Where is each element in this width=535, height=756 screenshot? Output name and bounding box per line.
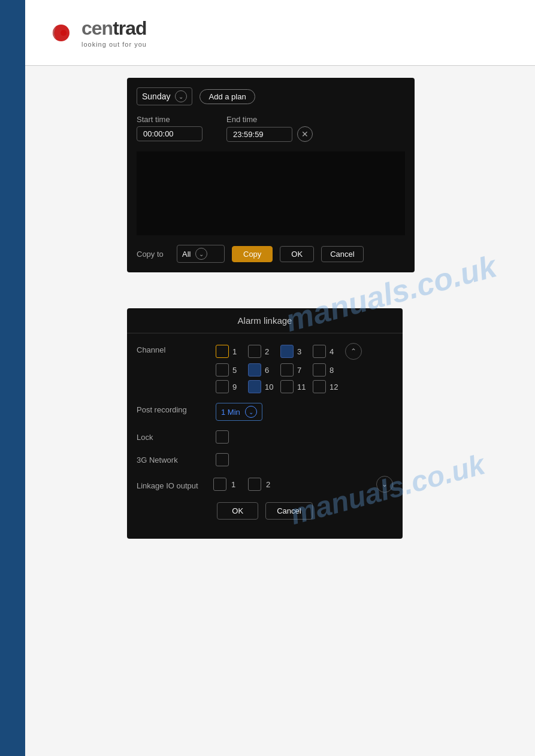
channel-10-checkbox[interactable]: [248, 380, 261, 393]
channel-2-checkbox[interactable]: [248, 345, 261, 358]
channel-11-checkbox[interactable]: [280, 380, 294, 393]
lock-checkbox[interactable]: [216, 430, 229, 444]
channel-5-label: 5: [232, 366, 244, 375]
channel-row-1: 1 2 3 4 ⌃: [216, 343, 362, 360]
time-row: Start time 00:00:00 End time 23:59:59 ✕: [137, 115, 405, 142]
channel-row-3: 9 10 11 12: [216, 380, 362, 393]
channel-12-checkbox[interactable]: [313, 380, 326, 393]
channel-7-label: 7: [297, 366, 309, 375]
post-recording-row: Post recording 1 Min ⌄: [137, 403, 393, 421]
channel-12-label: 12: [330, 382, 341, 391]
network-checkbox[interactable]: [216, 453, 229, 466]
schedule-top-row: Sunday ⌄ Add a plan: [137, 87, 405, 105]
channel-row: Channel 1 2 3 4 ⌃: [137, 343, 393, 393]
brand-tagline: looking out for you: [81, 41, 147, 48]
start-time-field: Start time 00:00:00: [137, 115, 202, 142]
alarm-body: Channel 1 2 3 4 ⌃: [127, 333, 403, 539]
linkage-row: Linkage IO output 1 2 ⌄: [137, 476, 393, 493]
channel-2-label: 2: [265, 347, 277, 356]
lock-label: Lock: [137, 430, 208, 442]
channel-grid: 1 2 3 4 ⌃ 5 6: [216, 343, 362, 393]
channel-9-checkbox[interactable]: [216, 380, 229, 393]
alarm-panel: Alarm linkage Channel 1 2 3 4: [127, 308, 403, 539]
copy-button[interactable]: Copy: [232, 246, 273, 262]
channel-9-label: 9: [232, 382, 244, 391]
alarm-title: Alarm linkage: [127, 308, 403, 333]
add-plan-button[interactable]: Add a plan: [200, 89, 255, 104]
channel-5-checkbox[interactable]: [216, 363, 229, 377]
svg-point-2: [61, 30, 67, 36]
linkage-label: Linkage IO output: [137, 479, 208, 490]
schedule-panel: Sunday ⌄ Add a plan Start time 00:00:00 …: [127, 78, 415, 272]
post-recording-label: Post recording: [137, 403, 208, 414]
copy-to-label: Copy to: [137, 250, 170, 259]
channel-4-checkbox[interactable]: [313, 345, 326, 358]
day-selector[interactable]: Sunday ⌄: [137, 87, 192, 105]
channel-6-label: 6: [265, 366, 277, 375]
alarm-ok-button[interactable]: OK: [217, 502, 258, 520]
channel-3-checkbox[interactable]: [280, 345, 294, 358]
post-recording-arrow[interactable]: ⌄: [245, 406, 257, 418]
logo: centrad looking out for you: [49, 17, 147, 48]
channel-7-checkbox[interactable]: [280, 363, 294, 377]
alarm-cancel-button[interactable]: Cancel: [265, 502, 312, 520]
end-time-input[interactable]: 23:59:59: [226, 127, 292, 142]
start-time-input[interactable]: 00:00:00: [137, 126, 202, 141]
channel-6-checkbox[interactable]: [248, 363, 261, 377]
start-time-label: Start time: [137, 115, 202, 124]
end-time-field: End time 23:59:59 ✕: [226, 115, 313, 142]
alarm-actions: OK Cancel: [137, 502, 393, 529]
channel-8-label: 8: [330, 366, 341, 375]
brand-name: centrad: [81, 17, 147, 40]
start-time-input-row: 00:00:00: [137, 126, 202, 141]
network-row: 3G Network: [137, 453, 393, 466]
schedule-area: [137, 151, 405, 235]
channel-3-label: 3: [297, 347, 309, 356]
logo-text-container: centrad looking out for you: [81, 17, 147, 48]
day-value: Sunday: [142, 92, 170, 101]
main-content: Sunday ⌄ Add a plan Start time 00:00:00 …: [25, 66, 535, 756]
logo-icon: [49, 20, 78, 45]
lock-row: Lock: [137, 430, 393, 444]
channel-row-2: 5 6 7 8: [216, 363, 362, 377]
channel-up-button[interactable]: ⌃: [345, 343, 362, 360]
channel-4-label: 4: [330, 347, 341, 356]
linkage-1-checkbox[interactable]: [213, 478, 226, 491]
header: centrad looking out for you: [25, 0, 535, 66]
linkage-down-button[interactable]: ⌄: [376, 476, 393, 493]
copy-row: Copy to All ⌄ Copy OK Cancel: [137, 245, 405, 263]
channel-11-label: 11: [297, 382, 309, 391]
channel-1-label: 1: [232, 347, 244, 356]
linkage-1-label: 1: [231, 480, 243, 489]
copy-dropdown-arrow[interactable]: ⌄: [195, 248, 207, 260]
day-dropdown-arrow[interactable]: ⌄: [175, 90, 187, 102]
brand-trad: trad: [113, 17, 146, 39]
left-sidebar: [0, 0, 25, 756]
channel-1-checkbox[interactable]: [216, 345, 229, 358]
copy-to-selector[interactable]: All ⌄: [177, 245, 225, 263]
post-recording-selector[interactable]: 1 Min ⌄: [216, 403, 262, 421]
network-label: 3G Network: [137, 453, 208, 464]
linkage-2-label: 2: [266, 480, 278, 489]
brand-cen: cen: [81, 17, 113, 39]
channel-10-label: 10: [265, 382, 277, 391]
copy-to-value: All: [182, 250, 191, 259]
clear-button[interactable]: ✕: [297, 126, 313, 142]
end-time-label: End time: [226, 115, 313, 124]
channel-label: Channel: [137, 343, 208, 354]
channel-8-checkbox[interactable]: [313, 363, 326, 377]
end-time-input-row: 23:59:59 ✕: [226, 126, 313, 142]
schedule-cancel-button[interactable]: Cancel: [321, 246, 363, 262]
schedule-ok-button[interactable]: OK: [280, 246, 314, 262]
linkage-2-checkbox[interactable]: [248, 478, 261, 491]
post-recording-value: 1 Min: [221, 408, 240, 417]
